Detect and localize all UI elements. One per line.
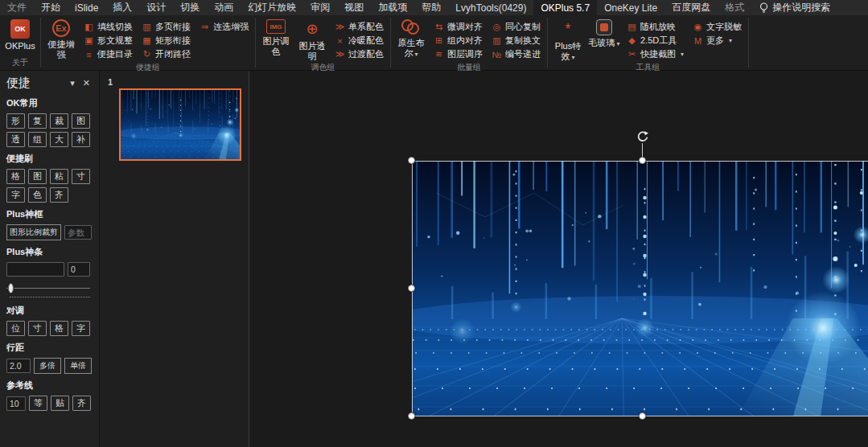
slider-track <box>6 288 90 289</box>
tab-onekey-lite[interactable]: OneKey Lite <box>597 0 664 15</box>
quick-catalog-button[interactable]: ≡便捷目录 <box>80 47 136 61</box>
tab-transitions[interactable]: 切换 <box>173 0 207 15</box>
more-button[interactable]: M更多▾ <box>689 34 745 47</box>
tab-okplus[interactable]: OKPlus 5.7 <box>533 0 597 15</box>
magic-bar-input[interactable] <box>6 262 64 277</box>
guides-equal-button[interactable]: 等 <box>29 396 47 411</box>
open-close-path-button[interactable]: ↻开闭路径 <box>138 47 194 61</box>
fine-align-button[interactable]: ⇆微调对齐 <box>430 20 486 34</box>
swap-button[interactable]: 格 <box>50 321 68 336</box>
resize-handle-top-center[interactable] <box>639 157 646 164</box>
ok-common-button[interactable]: 图 <box>72 113 90 129</box>
tab-insert[interactable]: 插入 <box>105 0 139 15</box>
pane-dropdown-icon[interactable]: ▾ <box>66 78 79 88</box>
ok-common-button[interactable]: 大 <box>50 132 68 147</box>
guides-align-button[interactable]: 齐 <box>72 396 91 411</box>
brush-button[interactable]: 格 <box>6 169 25 184</box>
tab-format[interactable]: 格式 <box>718 0 751 15</box>
section-guides: 参考线 <box>6 379 94 392</box>
resize-handle-top-left[interactable] <box>408 157 415 164</box>
ok-common-button[interactable]: 透 <box>6 132 25 147</box>
copy-replace-text-button[interactable]: ▥复制换文 <box>488 34 544 47</box>
text-desensitize-button[interactable]: ◉文字脱敏 <box>689 20 745 34</box>
ok-common-button[interactable]: 补 <box>72 132 90 147</box>
fill-line-toggle-button[interactable]: ◧填线切换 <box>80 20 136 34</box>
tab-lvyhtools[interactable]: LvyhTools(0429) <box>448 0 533 15</box>
gradient-color-button[interactable]: ≫过渡配色 <box>331 47 387 61</box>
slide-1-thumbnail[interactable] <box>119 88 241 161</box>
warm-cool-color-button[interactable]: ×冷暖配色 <box>331 34 387 47</box>
guides-snap-button[interactable]: 贴 <box>51 396 69 411</box>
slider-handle[interactable] <box>8 283 14 293</box>
number-increment-button[interactable]: №编号递进 <box>488 47 544 61</box>
ok-common-button[interactable]: 组 <box>28 132 47 147</box>
brush-button[interactable]: 图 <box>28 169 47 184</box>
shape-text-adjust-button[interactable]: ▣形文规整 <box>80 34 136 47</box>
tab-islide[interactable]: iSlide <box>68 0 105 15</box>
swap-button[interactable]: 字 <box>72 321 90 336</box>
section-ok-common: OK常用 <box>6 97 94 109</box>
multiple-spacing-button[interactable]: 多倍 <box>34 358 61 374</box>
ok-common-grid: 形 复 裁 图 透 组 大 补 <box>6 113 94 147</box>
brush-button[interactable]: 寸 <box>72 169 90 184</box>
layer-order-button[interactable]: ≋图层调序 <box>430 47 486 61</box>
quick-screenshot-button[interactable]: ✂快捷截图▾ <box>623 47 687 61</box>
resize-handle-bottom-left[interactable] <box>408 412 415 420</box>
group-label-about: 关于 <box>3 56 37 70</box>
single-series-color-button[interactable]: ≫单系配色 <box>331 20 387 34</box>
button-label: 2.5D工具 <box>640 35 677 47</box>
frosted-glass-button[interactable]: 毛玻璃▾ <box>587 17 621 48</box>
brush-button[interactable]: 色 <box>28 187 47 203</box>
resize-handle-bottom-center[interactable] <box>639 412 646 420</box>
tab-review[interactable]: 审阅 <box>303 0 337 15</box>
button-label: 开闭路径 <box>155 48 191 60</box>
selected-picture[interactable] <box>412 161 868 416</box>
convenient-enhance-button[interactable]: Ex 便捷增强 <box>44 17 78 59</box>
brush-button[interactable]: 齐 <box>50 187 68 203</box>
guides-value-input[interactable] <box>6 396 26 411</box>
shape-ratio-crop-button[interactable]: 图形比例裁剪 <box>6 224 61 240</box>
button-label: 快捷截图 <box>640 48 676 60</box>
resize-handle-middle-left[interactable] <box>408 285 415 292</box>
tab-addins[interactable]: 加载项 <box>371 0 414 15</box>
crop-param-input[interactable] <box>64 225 92 240</box>
tab-baidu-netdisk[interactable]: 百度网盘 <box>664 0 718 15</box>
tab-home[interactable]: 开始 <box>34 0 68 15</box>
concentric-copy-button[interactable]: ◎同心复制 <box>488 20 544 34</box>
plus-effects-button[interactable]: * Plus特效▾ <box>551 17 585 61</box>
group-align-button[interactable]: ⊞组内对齐 <box>430 34 486 47</box>
magic-bar-slider[interactable] <box>6 283 90 294</box>
image-transparent-icon: ⊕ <box>302 19 322 39</box>
tool-25d-button[interactable]: ◆2.5D工具 <box>623 34 687 47</box>
image-transparent-button[interactable]: ⊕ 图片透明 <box>295 17 329 61</box>
okplus-about-button[interactable]: OK OKPlus <box>3 17 37 51</box>
random-slideshow-button[interactable]: ▤随机放映 <box>623 20 687 34</box>
multi-select-enhance-button[interactable]: ⇒连选增强 <box>196 20 252 34</box>
button-label: 更多 <box>706 35 724 47</box>
swap-button[interactable]: 寸 <box>28 321 47 336</box>
tab-slideshow[interactable]: 幻灯片放映 <box>241 0 303 15</box>
tab-animations[interactable]: 动画 <box>207 0 241 15</box>
ok-common-button[interactable]: 形 <box>6 113 25 129</box>
tab-help[interactable]: 帮助 <box>414 0 448 15</box>
tab-file[interactable]: 文件 <box>0 0 34 15</box>
swap-button[interactable]: 位 <box>6 321 25 336</box>
single-spacing-button[interactable]: 单倍 <box>64 358 92 374</box>
rotation-handle-icon[interactable] <box>636 130 649 143</box>
ok-common-button[interactable]: 复 <box>28 113 47 129</box>
line-spacing-input[interactable] <box>6 359 31 373</box>
image-color-adjust-button[interactable]: IMG 图片调色 <box>259 17 293 56</box>
editing-canvas[interactable] <box>249 71 868 447</box>
tab-design[interactable]: 设计 <box>139 0 173 15</box>
brush-button[interactable]: 字 <box>6 187 25 203</box>
brush-button[interactable]: 粘 <box>50 169 68 184</box>
ok-common-button[interactable]: 裁 <box>50 113 68 129</box>
tell-me-search[interactable]: 操作说明搜索 <box>751 0 838 15</box>
shape-text-icon: ▣ <box>84 35 94 46</box>
native-boolean-button[interactable]: 原生布尔▾ <box>394 17 428 58</box>
rect-connect-button[interactable]: ▦矩形衔接 <box>138 34 194 47</box>
tab-view[interactable]: 视图 <box>337 0 371 15</box>
magic-bar-value-input[interactable] <box>68 262 90 277</box>
pane-close-icon[interactable]: ✕ <box>79 78 94 88</box>
multipage-connect-button[interactable]: ▥多页衔接 <box>138 20 194 34</box>
